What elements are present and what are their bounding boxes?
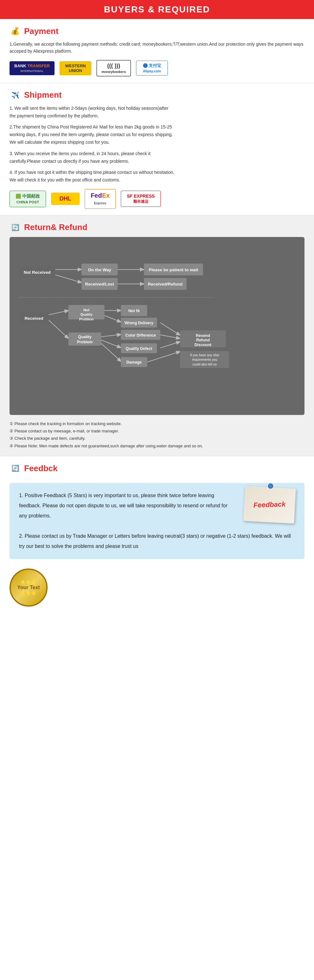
shipment-point-2: 2.The shipment by China Post Registered … [10, 123, 174, 146]
svg-text:Quality Defect: Quality Defect [125, 347, 152, 351]
payment-text: 1.Generally, we accept the following pay… [10, 41, 304, 55]
feedback-label: Feedback [254, 497, 286, 512]
svg-text:Received/Refund: Received/Refund [148, 282, 182, 286]
svg-text:Problem: Problem [77, 340, 93, 344]
dhl-logo: DHL [51, 192, 79, 205]
payment-icon: 💰 [10, 25, 21, 37]
refund-note-3: ③ Check the package and Item, carefully. [10, 434, 304, 442]
svg-text:Not fit: Not fit [128, 309, 140, 313]
refund-icon: 🔄 [10, 222, 21, 233]
svg-line-25 [104, 315, 121, 322]
pin-icon [268, 484, 273, 489]
feedback-content: Feedback 1. Positive Feedback (5 Stars) … [10, 483, 304, 559]
refund-note-2: ② Please contact us by meesage, e-mail, … [10, 427, 304, 434]
shipment-point-1: 1. We will sent the items within 2-5days… [10, 105, 174, 120]
svg-text:Refund: Refund [196, 338, 210, 342]
svg-line-28 [49, 320, 68, 339]
shipment-section: ✈️ Shipment 1. We will sent the items wi… [0, 83, 314, 215]
svg-line-42 [160, 335, 180, 338]
feedback-heading: Feedbck [24, 463, 58, 473]
svg-line-43 [160, 342, 180, 348]
svg-line-32 [101, 334, 121, 337]
feedback-point-2: 2. Please contact us by Trade Manager or… [19, 531, 295, 551]
refund-heading: Return& Refund [24, 223, 87, 232]
refund-note-1: ① Please check the tracking in formation… [10, 420, 304, 427]
svg-text:Not Received: Not Received [24, 270, 51, 275]
payment-section: 💰 Payment 1.Generally, we accept the fol… [0, 19, 314, 83]
shipment-point-3: 3. When you receive the items you ordere… [10, 150, 174, 165]
svg-text:Color Difference: Color Difference [125, 333, 156, 337]
svg-text:Resend: Resend [196, 333, 210, 338]
svg-text:Damage: Damage [126, 360, 141, 364]
svg-line-41 [160, 323, 180, 335]
svg-text:Quality: Quality [80, 312, 93, 316]
feedback-title-row: 🔄 Feedbck [10, 463, 304, 474]
svg-text:Discount: Discount [194, 343, 211, 347]
gold-badge: ⭐⭐⭐ Your Text ⭐⭐⭐ [10, 568, 48, 606]
moneybookers-logo: ((( ))) moneybookers [97, 60, 131, 76]
svg-line-38 [101, 343, 121, 361]
western-union-logo: WESTERNUNION [60, 61, 91, 75]
refund-section: 🔄 Return& Refund Not Received On the Way… [0, 215, 314, 456]
sfexpress-logo: SF EXPRESS顺丰速运 [121, 191, 161, 207]
feedback-image: Feedback [243, 486, 296, 523]
svg-line-17 [49, 310, 68, 315]
refund-note-4: ④ Please Note: Men made defects are not … [10, 442, 304, 450]
payment-title-row: 💰 Payment [10, 25, 304, 37]
svg-text:Wrong Delivery: Wrong Delivery [125, 321, 154, 325]
flowchart-container: Not Received On the Way Please be patien… [10, 237, 304, 415]
svg-text:On the Way: On the Way [88, 267, 111, 272]
svg-text:Quality: Quality [78, 335, 91, 339]
badge-text: Your Text [17, 585, 40, 590]
refund-title-row: 🔄 Return& Refund [10, 222, 304, 233]
svg-text:Received: Received [24, 316, 43, 321]
shipment-icon: ✈️ [10, 89, 21, 101]
flowchart-svg: Not Received On the Way Please be patien… [16, 247, 298, 404]
bank-transfer-logo: BANK TRANSFERINTERNATIONAL [10, 61, 55, 75]
svg-text:Please be patient to wait: Please be patient to wait [149, 267, 198, 272]
alipay-logo: 🔵 支付宝Alipay.com [136, 60, 168, 75]
fedex-logo: FedExExpress [85, 189, 116, 209]
payment-logos: BANK TRANSFERINTERNATIONAL WESTERNUNION … [10, 60, 304, 76]
svg-line-8 [55, 275, 81, 283]
shipment-logos: 🟩 中国邮政CHINA POST DHL FedExExpress SF EXP… [10, 189, 304, 209]
svg-text:Received/Lost: Received/Lost [85, 282, 114, 286]
shipment-heading: Shipment [24, 90, 62, 100]
shipment-title-row: ✈️ Shipment [10, 89, 304, 101]
feedback-icon: 🔄 [10, 463, 21, 474]
shipment-point-4: 4. If you have not got it within the shi… [10, 169, 174, 184]
chinapost-logo: 🟩 中国邮政CHINA POST [10, 191, 46, 207]
payment-heading: Payment [24, 26, 59, 36]
svg-text:If you have any else: If you have any else [190, 353, 219, 357]
svg-text:requirements you: requirements you [192, 358, 217, 361]
svg-text:Not: Not [83, 308, 89, 312]
refund-notes: ① Please check the tracking in formation… [10, 420, 304, 450]
svg-text:could also tell us: could also tell us [192, 363, 217, 366]
feedback-section: 🔄 Feedbck Feedback 1. Positive Feedback … [0, 456, 314, 616]
page-header: BUYERS & REQUIRED [0, 0, 314, 19]
page-title: BUYERS & REQUIRED [0, 5, 314, 14]
svg-text:Problem: Problem [79, 317, 94, 321]
